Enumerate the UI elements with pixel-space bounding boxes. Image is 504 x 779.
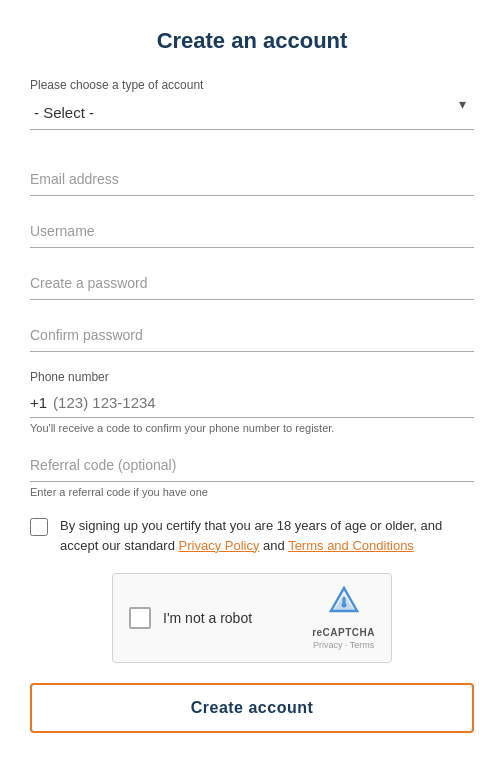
phone-hint: You'll receive a code to confirm your ph… <box>30 422 474 434</box>
password-field[interactable] <box>30 266 474 300</box>
email-field[interactable] <box>30 162 474 196</box>
phone-label: Phone number <box>30 370 474 384</box>
recaptcha-left: I'm not a robot <box>129 607 252 629</box>
recaptcha-brand: reCAPTCHA <box>312 627 375 638</box>
terms-text: By signing up you certify that you are 1… <box>60 516 474 555</box>
phone-prefix: +1 <box>30 394 47 411</box>
create-account-form: Create an account Please choose a type o… <box>30 20 474 733</box>
account-type-select[interactable]: - Select - Personal Business Corporate <box>30 96 474 130</box>
recaptcha-checkbox[interactable] <box>129 607 151 629</box>
password-field-group <box>30 266 474 300</box>
recaptcha-links: Privacy · Terms <box>313 640 374 650</box>
svg-point-0 <box>341 603 346 608</box>
svg-rect-1 <box>342 597 345 603</box>
referral-hint: Enter a referral code if you have one <box>30 486 474 498</box>
terms-row: By signing up you certify that you are 1… <box>30 516 474 555</box>
phone-field-group: Phone number +1 You'll receive a code to… <box>30 370 474 434</box>
phone-row: +1 <box>30 388 474 418</box>
confirm-password-field[interactable] <box>30 318 474 352</box>
recaptcha-logo-icon <box>328 586 360 625</box>
create-account-button[interactable]: Create account <box>30 683 474 733</box>
recaptcha-box[interactable]: I'm not a robot reCAPTCHA Privacy · Term… <box>112 573 392 663</box>
recaptcha-right: reCAPTCHA Privacy · Terms <box>312 586 375 650</box>
username-field[interactable] <box>30 214 474 248</box>
terms-checkbox[interactable] <box>30 518 48 536</box>
email-field-group <box>30 162 474 196</box>
referral-field-group: Enter a referral code if you have one <box>30 448 474 498</box>
confirm-password-field-group <box>30 318 474 352</box>
account-type-label: Please choose a type of account <box>30 78 474 92</box>
privacy-policy-link[interactable]: Privacy Policy <box>179 538 260 553</box>
username-field-group <box>30 214 474 248</box>
page-title: Create an account <box>30 28 474 54</box>
phone-field[interactable] <box>53 394 474 411</box>
account-type-wrapper: Please choose a type of account - Select… <box>30 78 474 130</box>
referral-field[interactable] <box>30 448 474 482</box>
recaptcha-label: I'm not a robot <box>163 610 252 626</box>
terms-conditions-link[interactable]: Terms and Conditions <box>288 538 414 553</box>
